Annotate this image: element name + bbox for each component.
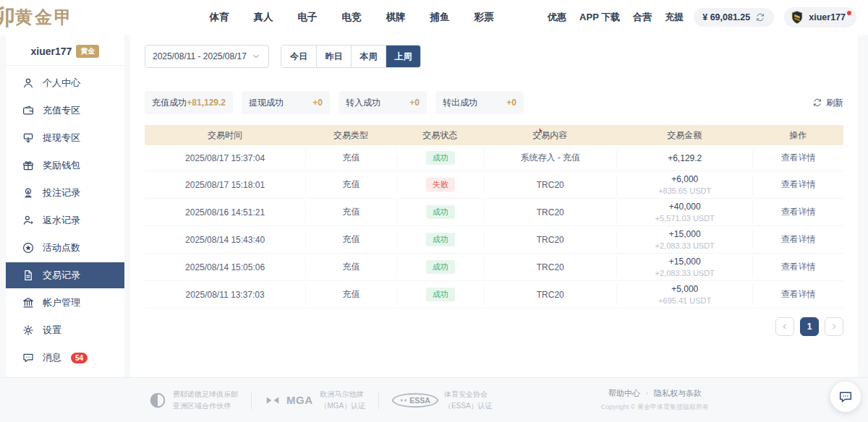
column-header: 交易内容 xyxy=(484,129,617,142)
sidebar-item-doc[interactable]: 交易记录 xyxy=(6,262,124,288)
sidebar-item-withdraw[interactable]: 提现专区 xyxy=(6,125,124,151)
status-badge: 失败 xyxy=(426,178,455,191)
copyright: Copyright © 黄金甲体育集团版权所有 xyxy=(601,402,709,412)
table-row: 2025/08/14 15:43:40充值成功TRC20+15,000+2,08… xyxy=(145,226,843,254)
logo-text: 黄金甲 xyxy=(15,6,74,29)
sidebar-item-wallet[interactable]: 充值专区 xyxy=(6,98,124,124)
next-page-button[interactable] xyxy=(825,317,843,336)
summary-label: 提现成功 xyxy=(249,97,284,109)
status-badge: 成功 xyxy=(426,151,455,165)
balance-pill[interactable]: ¥ 69,081.25 xyxy=(694,8,774,27)
quick-link[interactable]: APP 下载 xyxy=(579,11,620,24)
footer-link[interactable]: 帮助中心 xyxy=(608,388,640,399)
cell-amount: +6,000 xyxy=(671,174,698,184)
sidebar-item-star[interactable]: 活动点数 xyxy=(6,235,124,261)
cell-time: 2025/08/11 13:37:03 xyxy=(145,284,305,305)
summary-label: 充值成功 xyxy=(152,97,187,109)
period-tabs: 今日昨日本周上周 xyxy=(281,45,421,68)
sidebar-item-label: 设置 xyxy=(43,324,61,337)
gift-icon xyxy=(22,159,35,172)
footer-right: 帮助中心›隐私权与条款 Copyright © 黄金甲体育集团版权所有 xyxy=(601,388,709,412)
amount-usdt: +2,083.33 USDT xyxy=(655,269,715,277)
cell-type: 充值 xyxy=(305,229,396,250)
mouse-cursor-artifact xyxy=(537,126,545,136)
sidebar-item-gift[interactable]: 奖励钱包 xyxy=(6,152,124,178)
cell-content: TRC20 xyxy=(484,229,617,250)
period-tab[interactable]: 上周 xyxy=(386,46,420,67)
cell-time: 2025/08/17 15:18:01 xyxy=(145,174,305,195)
header-actions: 优惠APP 下载合营充提 ¥ 69,081.25 xiuer177 xyxy=(548,7,856,27)
sidebar-item-chat[interactable]: 消息54 xyxy=(6,345,124,371)
sidebar-item-gear[interactable]: 设置 xyxy=(6,317,124,343)
notification-dot xyxy=(847,11,851,15)
sidebar-user: xiuer177 黄金 xyxy=(6,42,124,65)
sidebar-username: xiuer177 xyxy=(31,46,72,57)
top-nav-item[interactable]: 体育 xyxy=(210,11,229,24)
live-chat-button[interactable] xyxy=(830,382,861,412)
refresh-icon xyxy=(812,98,822,108)
table-row: 2025/08/14 15:05:06充值成功TRC20+15,000+2,08… xyxy=(145,254,843,281)
page-1-button[interactable]: 1 xyxy=(800,317,819,336)
divider: › xyxy=(646,390,648,397)
rebate-icon xyxy=(22,214,35,227)
quick-link[interactable]: 合营 xyxy=(633,11,652,24)
table-row: 2025/08/17 15:18:01充值失败TRC20+6,000+835.6… xyxy=(145,171,843,199)
summary-stat: 提现成功+0 xyxy=(242,91,330,114)
top-nav-item[interactable]: 捕鱼 xyxy=(430,11,450,24)
summary-value: +81,129.2 xyxy=(187,98,226,108)
user-icon xyxy=(22,77,35,90)
summary-value: +0 xyxy=(409,98,420,108)
view-details-link[interactable]: 查看详情 xyxy=(781,206,816,218)
unread-count-badge: 54 xyxy=(71,353,88,363)
top-nav-item[interactable]: 电竞 xyxy=(342,11,362,24)
pagination: 1 xyxy=(145,317,843,336)
period-tab[interactable]: 今日 xyxy=(281,46,316,67)
sidebar-item-label: 充值专区 xyxy=(43,104,80,117)
table-row: 2025/08/11 13:37:03充值成功TRC20+5,000+695.4… xyxy=(145,281,843,309)
sidebar-item-user[interactable]: 个人中心 xyxy=(6,70,124,96)
cell-amount: +5,000 xyxy=(671,284,698,294)
cell-type: 充值 xyxy=(305,202,396,223)
chevron-down-icon xyxy=(251,51,261,61)
page-content: xiuer177 黄金 个人中心充值专区提现专区奖励钱包投注记录返水记录活动点数… xyxy=(0,35,868,377)
summary-stats: 充值成功+81,129.2提现成功+0转入成功+0转出成功+0 xyxy=(145,91,524,114)
sidebar-item-rebate[interactable]: 返水记录 xyxy=(6,207,124,233)
sidebar-item-bank[interactable]: 帐户管理 xyxy=(6,290,124,316)
view-details-link[interactable]: 查看详情 xyxy=(781,288,816,301)
period-tab[interactable]: 本周 xyxy=(351,46,386,67)
top-nav-item[interactable]: 电子 xyxy=(298,11,318,24)
cell-amount: +15,000 xyxy=(669,229,701,239)
site-logo[interactable]: 卯 黄金甲 xyxy=(0,6,156,29)
date-range-select[interactable]: 2025/08/11 - 2025/08/17 xyxy=(145,45,269,68)
cell-time: 2025/08/16 14:51:21 xyxy=(145,202,305,223)
quick-link[interactable]: 充提 xyxy=(665,11,684,24)
balance-amount: ¥ 69,081.25 xyxy=(702,12,750,22)
footer-link[interactable]: 隐私权与条款 xyxy=(654,388,702,399)
view-details-link[interactable]: 查看详情 xyxy=(781,178,816,191)
table-body: 2025/08/17 15:37:04充值成功系统存入 - 充值+6,129.2… xyxy=(145,145,843,309)
amount-usdt: +5,571.03 USDT xyxy=(655,214,715,223)
summary-value: +0 xyxy=(506,98,516,108)
mga-logo-text: MGA xyxy=(286,394,313,406)
column-header: 操作 xyxy=(752,129,843,142)
period-tab[interactable]: 昨日 xyxy=(316,46,351,67)
sidebar-item-label: 奖励钱包 xyxy=(43,159,80,172)
top-nav-item[interactable]: 彩票 xyxy=(475,11,494,24)
essa-logo: ESSA xyxy=(392,393,438,408)
mga-icon xyxy=(265,392,281,408)
refresh-balance-icon[interactable] xyxy=(755,12,765,22)
cert-feyenoord: 费耶诺德足球俱乐部亚洲区域合作伙伴 xyxy=(148,389,238,411)
sidebar-item-bet[interactable]: 投注记录 xyxy=(6,180,124,206)
view-details-link[interactable]: 查看详情 xyxy=(781,233,816,246)
top-nav-item[interactable]: 棋牌 xyxy=(386,11,406,24)
prev-page-button[interactable] xyxy=(775,317,794,336)
quick-link[interactable]: 优惠 xyxy=(548,11,566,24)
refresh-button[interactable]: 刷新 xyxy=(812,97,843,109)
top-nav-item[interactable]: 真人 xyxy=(254,11,273,24)
amount-usdt: +835.65 USDT xyxy=(658,186,711,195)
user-menu[interactable]: xiuer177 xyxy=(784,7,856,27)
status-badge: 成功 xyxy=(426,288,455,301)
view-details-link[interactable]: 查看详情 xyxy=(781,261,816,273)
cell-content: TRC20 xyxy=(484,202,617,223)
view-details-link[interactable]: 查看详情 xyxy=(781,152,816,164)
